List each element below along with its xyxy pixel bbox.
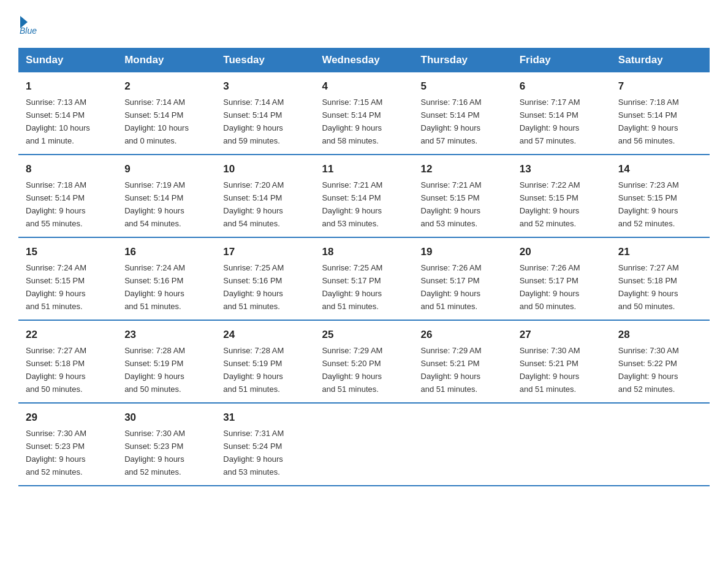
day-number: 18 — [322, 244, 406, 260]
logo-underline: Blue — [20, 26, 37, 36]
day-info: Sunrise: 7:19 AMSunset: 5:14 PMDaylight:… — [124, 180, 185, 228]
day-number: 4 — [322, 79, 406, 94]
day-number: 16 — [124, 244, 208, 260]
day-info: Sunrise: 7:14 AMSunset: 5:14 PMDaylight:… — [223, 98, 284, 145]
calendar-cell: 16Sunrise: 7:24 AMSunset: 5:16 PMDayligh… — [117, 237, 216, 320]
calendar-cell: 3Sunrise: 7:14 AMSunset: 5:14 PMDaylight… — [216, 72, 314, 155]
day-number: 31 — [223, 410, 307, 426]
calendar-cell: 10Sunrise: 7:20 AMSunset: 5:14 PMDayligh… — [216, 155, 314, 237]
day-number: 17 — [223, 244, 307, 260]
logo: Blue — [18, 18, 37, 36]
weekday-header-thursday: Thursday — [414, 48, 512, 72]
weekday-header-row: SundayMondayTuesdayWednesdayThursdayFrid… — [18, 48, 710, 72]
calendar-cell: 28Sunrise: 7:30 AMSunset: 5:22 PMDayligh… — [611, 320, 710, 403]
day-info: Sunrise: 7:26 AMSunset: 5:17 PMDaylight:… — [421, 263, 482, 311]
day-info: Sunrise: 7:29 AMSunset: 5:20 PMDaylight:… — [322, 346, 382, 394]
day-number: 19 — [421, 244, 505, 260]
calendar-cell: 14Sunrise: 7:23 AMSunset: 5:15 PMDayligh… — [611, 155, 710, 237]
calendar-cell: 5Sunrise: 7:16 AMSunset: 5:14 PMDaylight… — [414, 72, 512, 155]
calendar-cell: 22Sunrise: 7:27 AMSunset: 5:18 PMDayligh… — [18, 320, 117, 403]
day-number: 2 — [124, 79, 208, 94]
calendar-cell: 9Sunrise: 7:19 AMSunset: 5:14 PMDaylight… — [117, 155, 216, 237]
weekday-header-monday: Monday — [117, 48, 216, 72]
calendar-cell: 2Sunrise: 7:14 AMSunset: 5:14 PMDaylight… — [117, 72, 216, 155]
calendar-cell — [611, 403, 710, 486]
calendar-cell: 18Sunrise: 7:25 AMSunset: 5:17 PMDayligh… — [314, 237, 413, 320]
day-info: Sunrise: 7:17 AMSunset: 5:14 PMDaylight:… — [520, 98, 580, 145]
day-number: 29 — [26, 410, 110, 426]
day-number: 24 — [223, 327, 307, 343]
day-number: 1 — [26, 79, 110, 94]
day-info: Sunrise: 7:27 AMSunset: 5:18 PMDaylight:… — [26, 346, 86, 394]
day-number: 20 — [520, 244, 604, 260]
weekday-header-saturday: Saturday — [611, 48, 710, 72]
calendar-cell: 30Sunrise: 7:30 AMSunset: 5:23 PMDayligh… — [117, 403, 216, 486]
day-number: 12 — [421, 161, 505, 177]
calendar-cell: 17Sunrise: 7:25 AMSunset: 5:16 PMDayligh… — [216, 237, 314, 320]
day-info: Sunrise: 7:22 AMSunset: 5:15 PMDaylight:… — [520, 180, 580, 228]
weekday-header-friday: Friday — [512, 48, 611, 72]
day-info: Sunrise: 7:18 AMSunset: 5:14 PMDaylight:… — [26, 180, 86, 228]
calendar-week-row: 1Sunrise: 7:13 AMSunset: 5:14 PMDaylight… — [18, 72, 710, 155]
day-info: Sunrise: 7:24 AMSunset: 5:16 PMDaylight:… — [124, 263, 185, 311]
calendar-cell: 27Sunrise: 7:30 AMSunset: 5:21 PMDayligh… — [512, 320, 611, 403]
calendar-cell: 4Sunrise: 7:15 AMSunset: 5:14 PMDaylight… — [314, 72, 413, 155]
day-info: Sunrise: 7:13 AMSunset: 5:14 PMDaylight:… — [26, 98, 90, 145]
day-info: Sunrise: 7:15 AMSunset: 5:14 PMDaylight:… — [322, 98, 382, 145]
calendar-cell: 23Sunrise: 7:28 AMSunset: 5:19 PMDayligh… — [117, 320, 216, 403]
calendar-cell — [414, 403, 512, 486]
day-number: 13 — [520, 161, 604, 177]
day-number: 26 — [421, 327, 505, 343]
day-number: 21 — [618, 244, 702, 260]
weekday-header-wednesday: Wednesday — [314, 48, 413, 72]
day-info: Sunrise: 7:24 AMSunset: 5:15 PMDaylight:… — [26, 263, 86, 311]
calendar-cell: 7Sunrise: 7:18 AMSunset: 5:14 PMDaylight… — [611, 72, 710, 155]
day-info: Sunrise: 7:30 AMSunset: 5:21 PMDaylight:… — [520, 346, 580, 394]
day-info: Sunrise: 7:27 AMSunset: 5:18 PMDaylight:… — [618, 263, 679, 311]
calendar-cell — [512, 403, 611, 486]
day-number: 27 — [520, 327, 604, 343]
day-info: Sunrise: 7:23 AMSunset: 5:15 PMDaylight:… — [618, 180, 679, 228]
day-number: 25 — [322, 327, 406, 343]
day-info: Sunrise: 7:16 AMSunset: 5:14 PMDaylight:… — [421, 98, 482, 145]
day-info: Sunrise: 7:21 AMSunset: 5:14 PMDaylight:… — [322, 180, 382, 228]
day-number: 9 — [124, 161, 208, 177]
calendar-cell: 6Sunrise: 7:17 AMSunset: 5:14 PMDaylight… — [512, 72, 611, 155]
day-info: Sunrise: 7:21 AMSunset: 5:15 PMDaylight:… — [421, 180, 482, 228]
day-number: 22 — [26, 327, 110, 343]
calendar-cell: 1Sunrise: 7:13 AMSunset: 5:14 PMDaylight… — [18, 72, 117, 155]
calendar-cell: 24Sunrise: 7:28 AMSunset: 5:19 PMDayligh… — [216, 320, 314, 403]
calendar-cell: 12Sunrise: 7:21 AMSunset: 5:15 PMDayligh… — [414, 155, 512, 237]
day-info: Sunrise: 7:30 AMSunset: 5:23 PMDaylight:… — [124, 429, 185, 477]
day-info: Sunrise: 7:29 AMSunset: 5:21 PMDaylight:… — [421, 346, 482, 394]
calendar-cell: 26Sunrise: 7:29 AMSunset: 5:21 PMDayligh… — [414, 320, 512, 403]
calendar-week-row: 29Sunrise: 7:30 AMSunset: 5:23 PMDayligh… — [18, 403, 710, 486]
day-number: 23 — [124, 327, 208, 343]
calendar-cell: 21Sunrise: 7:27 AMSunset: 5:18 PMDayligh… — [611, 237, 710, 320]
calendar-cell: 8Sunrise: 7:18 AMSunset: 5:14 PMDaylight… — [18, 155, 117, 237]
weekday-header-tuesday: Tuesday — [216, 48, 314, 72]
day-info: Sunrise: 7:28 AMSunset: 5:19 PMDaylight:… — [124, 346, 185, 394]
calendar-cell: 11Sunrise: 7:21 AMSunset: 5:14 PMDayligh… — [314, 155, 413, 237]
day-info: Sunrise: 7:25 AMSunset: 5:17 PMDaylight:… — [322, 263, 382, 311]
day-info: Sunrise: 7:30 AMSunset: 5:22 PMDaylight:… — [618, 346, 679, 394]
day-info: Sunrise: 7:20 AMSunset: 5:14 PMDaylight:… — [223, 180, 284, 228]
day-number: 3 — [223, 79, 307, 94]
day-info: Sunrise: 7:28 AMSunset: 5:19 PMDaylight:… — [223, 346, 284, 394]
day-number: 30 — [124, 410, 208, 426]
day-number: 8 — [26, 161, 110, 177]
day-number: 14 — [618, 161, 702, 177]
day-number: 7 — [618, 79, 702, 94]
weekday-header-sunday: Sunday — [18, 48, 117, 72]
day-info: Sunrise: 7:31 AMSunset: 5:24 PMDaylight:… — [223, 429, 284, 477]
calendar-cell: 29Sunrise: 7:30 AMSunset: 5:23 PMDayligh… — [18, 403, 117, 486]
calendar-cell: 20Sunrise: 7:26 AMSunset: 5:17 PMDayligh… — [512, 237, 611, 320]
day-info: Sunrise: 7:18 AMSunset: 5:14 PMDaylight:… — [618, 98, 679, 145]
calendar-cell: 31Sunrise: 7:31 AMSunset: 5:24 PMDayligh… — [216, 403, 314, 486]
calendar-week-row: 22Sunrise: 7:27 AMSunset: 5:18 PMDayligh… — [18, 320, 710, 403]
calendar-week-row: 15Sunrise: 7:24 AMSunset: 5:15 PMDayligh… — [18, 237, 710, 320]
page-header: Blue — [18, 18, 710, 36]
day-number: 11 — [322, 161, 406, 177]
day-info: Sunrise: 7:26 AMSunset: 5:17 PMDaylight:… — [520, 263, 580, 311]
day-info: Sunrise: 7:25 AMSunset: 5:16 PMDaylight:… — [223, 263, 284, 311]
